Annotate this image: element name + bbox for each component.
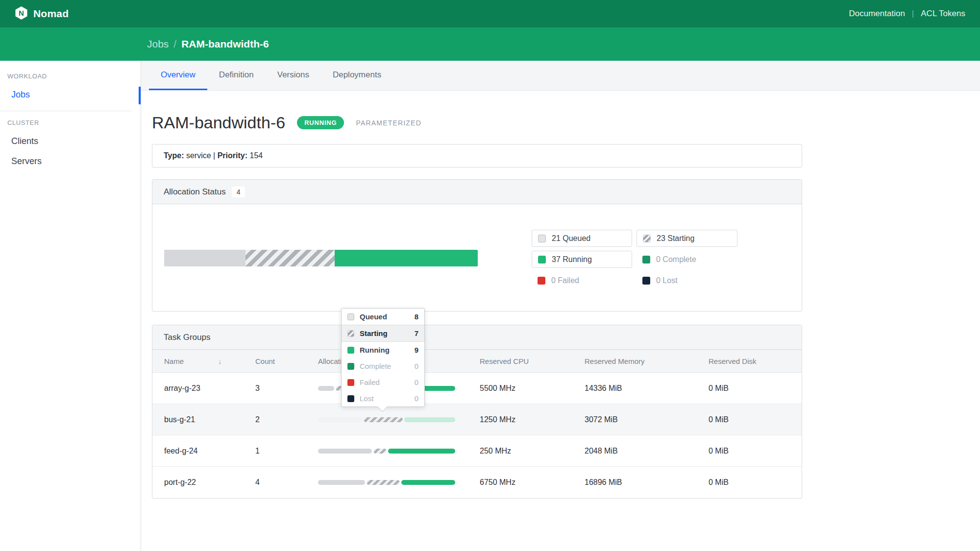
page-title: RAM-bandwidth-6	[152, 113, 285, 132]
table-row-port-g-22[interactable]: port-g-22 4 6750 MHz 16896 MiB 0 MiB	[152, 467, 802, 498]
column-header-name[interactable]: Name↓	[164, 357, 255, 365]
legend-item-running[interactable]: 37 Running	[532, 251, 632, 268]
cell-reserved-disk: 0 MiB	[709, 447, 802, 455]
meta-separator: |	[213, 151, 215, 160]
acl-tokens-link[interactable]: ACL Tokens	[921, 9, 965, 19]
running-swatch-icon	[347, 347, 354, 354]
running-swatch-icon	[538, 256, 546, 264]
column-header-count[interactable]: Count	[255, 357, 318, 365]
allocation-mini-bar	[318, 449, 455, 454]
lost-swatch-icon	[642, 277, 650, 285]
nomad-brand[interactable]: N Nomad	[15, 6, 69, 22]
column-header-reserved-memory[interactable]: Reserved Memory	[585, 357, 709, 365]
allocation-tooltip: Queued 8 Starting 7 Running 9 Complete 0…	[341, 308, 425, 407]
sidebar-item-clients[interactable]: Clients	[0, 131, 141, 151]
column-header-reserved-cpu[interactable]: Reserved CPU	[480, 357, 585, 365]
allocation-status-title: Allocation Status	[164, 187, 226, 197]
tooltip-row-failed: Failed 0	[342, 374, 424, 390]
allocation-legend: 21 Queued 23 Starting 37 Running 0	[532, 230, 737, 289]
cell-reserved-cpu: 250 MHz	[480, 447, 585, 455]
bar-segment-queued	[318, 417, 362, 422]
type-value: service	[186, 151, 211, 160]
tooltip-row-starting: Starting 7	[342, 325, 424, 342]
cell-reserved-disk: 0 MiB	[709, 478, 802, 487]
table-row-bus-g-21[interactable]: bus-g-21 2 1250 MHz 3072 MiB 0 MiB	[152, 404, 802, 435]
tab-overview[interactable]: Overview	[149, 61, 207, 90]
bar-segment-running	[404, 417, 455, 422]
cell-reserved-memory: 2048 MiB	[585, 447, 709, 455]
task-groups-title: Task Groups	[164, 333, 210, 342]
bar-segment-running	[401, 480, 455, 485]
tooltip-row-complete: Complete 0	[342, 358, 424, 374]
cell-name: bus-g-21	[164, 415, 255, 424]
allocation-mini-bar	[318, 480, 455, 485]
breadcrumb-separator: /	[173, 38, 176, 50]
tooltip-row-running: Running 9	[342, 342, 424, 358]
tab-definition[interactable]: Definition	[207, 61, 266, 90]
starting-swatch-icon	[643, 235, 651, 242]
lost-swatch-icon	[347, 395, 354, 402]
bar-segment-queued	[318, 480, 365, 485]
parameterized-tag: PARAMETERIZED	[356, 119, 421, 127]
bar-segment-running	[388, 449, 455, 454]
tab-versions[interactable]: Versions	[266, 61, 321, 90]
queued-swatch-icon	[538, 235, 546, 242]
cell-count: 3	[255, 384, 318, 393]
sidebar-section-cluster: CLUSTER	[7, 119, 141, 126]
table-row-array-g-23[interactable]: array-g-23 3 5500 MHz 14336 MiB 0 MiB	[152, 373, 802, 404]
allocation-status-bar[interactable]	[164, 250, 478, 266]
bar-segment-starting	[367, 480, 400, 485]
sidebar-section-workload: WORKLOAD	[7, 72, 141, 80]
failed-swatch-icon	[347, 379, 354, 386]
sidebar-item-jobs[interactable]: Jobs	[0, 85, 141, 105]
breadcrumb: Jobs / RAM-bandwidth-6	[0, 27, 980, 61]
cell-reserved-memory: 14336 MiB	[585, 384, 709, 393]
cell-reserved-cpu: 1250 MHz	[480, 415, 585, 424]
cell-reserved-memory: 16896 MiB	[585, 478, 709, 487]
cell-name: array-g-23	[164, 384, 255, 393]
starting-swatch-icon	[347, 330, 354, 337]
allocation-status-badge: 4	[232, 187, 245, 197]
navbar-separator: |	[912, 9, 914, 19]
legend-item-lost: 0 Lost	[637, 272, 737, 289]
column-header-reserved-disk[interactable]: Reserved Disk	[709, 357, 802, 365]
cell-reserved-cpu: 6750 MHz	[480, 478, 585, 487]
brand-name: Nomad	[33, 8, 69, 20]
cell-reserved-memory: 3072 MiB	[585, 415, 709, 424]
svg-text:N: N	[19, 9, 24, 17]
cell-count: 4	[255, 478, 318, 487]
bar-segment-queued	[318, 449, 372, 454]
cell-count: 1	[255, 447, 318, 455]
legend-item-starting[interactable]: 23 Starting	[637, 230, 737, 247]
nomad-logo-icon: N	[15, 6, 28, 22]
breadcrumb-current: RAM-bandwidth-6	[181, 38, 269, 50]
tab-deployments[interactable]: Deployments	[321, 61, 393, 90]
sidebar-divider	[0, 111, 132, 111]
allocation-mini-bar	[318, 417, 455, 422]
failed-swatch-icon	[538, 277, 545, 285]
allocation-status-panel: Allocation Status 4 21 Queued 23 Startin…	[152, 179, 802, 311]
tooltip-row-queued: Queued 8	[342, 309, 424, 325]
cell-name: port-g-22	[164, 478, 255, 487]
job-meta-box: Type: service | Priority: 154	[152, 144, 802, 168]
legend-item-queued[interactable]: 21 Queued	[532, 230, 632, 247]
sidebar-item-servers[interactable]: Servers	[0, 151, 141, 171]
bar-segment-queued	[318, 386, 334, 391]
bar-segment-starting	[373, 449, 387, 454]
complete-swatch-icon	[347, 363, 354, 370]
cell-reserved-disk: 0 MiB	[709, 384, 802, 393]
tab-bar: Overview Definition Versions Deployments	[141, 61, 980, 91]
cell-reserved-disk: 0 MiB	[709, 415, 802, 424]
legend-item-complete: 0 Complete	[637, 251, 737, 268]
documentation-link[interactable]: Documentation	[849, 9, 905, 19]
priority-label: Priority:	[218, 151, 247, 160]
type-label: Type:	[164, 151, 184, 160]
table-row-feed-g-24[interactable]: feed-g-24 1 250 MHz 2048 MiB 0 MiB	[152, 435, 802, 467]
cell-reserved-cpu: 5500 MHz	[480, 384, 585, 393]
sidebar: WORKLOAD Jobs CLUSTER Clients Servers	[0, 61, 141, 551]
sort-desc-icon: ↓	[218, 357, 222, 365]
complete-swatch-icon	[642, 256, 650, 264]
breadcrumb-jobs-link[interactable]: Jobs	[147, 38, 169, 50]
bar-segment-starting	[364, 417, 402, 422]
priority-value: 154	[249, 151, 263, 160]
